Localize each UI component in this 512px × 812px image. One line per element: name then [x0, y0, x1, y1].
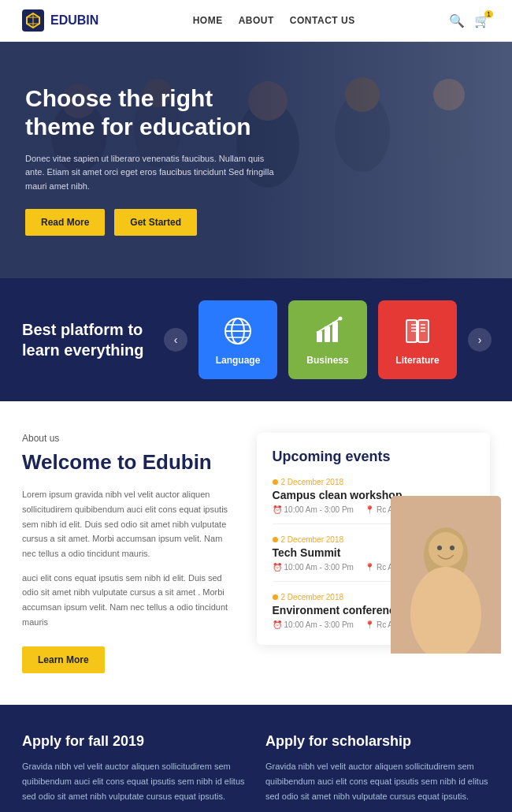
svg-point-11 [433, 79, 465, 110]
bar-chart-icon [310, 314, 345, 348]
carousel-prev-button[interactable]: ‹ [164, 328, 187, 352]
person-image [391, 496, 501, 654]
apply-card-2: Apply for scholarship Gravida nibh vel v… [265, 733, 490, 812]
platform-heading: Best platform to learn everything [22, 319, 164, 360]
hero-title: Choose the right theme for education [25, 84, 277, 141]
globe-icon [221, 314, 255, 348]
svg-point-33 [429, 532, 463, 567]
about-text-2: auci elit cons equat ipsutis sem nibh id… [22, 571, 235, 630]
logo[interactable]: EDUBIN [22, 9, 98, 32]
literature-label: Literature [395, 355, 439, 366]
nav-icons: 🔍 🛒 1 [449, 13, 490, 28]
carousel-next-button[interactable]: › [468, 328, 492, 352]
business-label: Business [306, 355, 348, 366]
search-icon[interactable]: 🔍 [449, 13, 465, 28]
event-time-2: ⏰ 10:00 Am - 3:00 Pm [273, 563, 354, 572]
event-time-3: ⏰ 10:00 Am - 3:00 Pm [273, 620, 354, 629]
hero-subtitle: Donec vitae sapien ut liberaro venenatis… [25, 152, 277, 194]
event-dot-1 [273, 479, 278, 485]
apply-title-2: Apply for scholarship [265, 733, 490, 750]
cart-icon[interactable]: 🛒 1 [474, 13, 490, 28]
svg-point-9 [345, 77, 380, 112]
about-label: About us [22, 433, 235, 444]
book-icon [400, 314, 435, 348]
nav-home[interactable]: HOME [193, 15, 223, 26]
platform-cards: Language Business [198, 300, 457, 379]
brand-name: EDUBIN [50, 13, 98, 28]
navbar: EDUBIN HOME ABOUT CONTACT US 🔍 🛒 1 [0, 0, 512, 42]
svg-point-8 [335, 93, 390, 172]
svg-point-35 [450, 546, 454, 550]
get-started-button[interactable]: Get Started [114, 209, 197, 236]
about-text-1: Lorem ipsum gravida nibh vel velit aucto… [22, 487, 235, 561]
about-title: Welcome to Edubin [22, 450, 235, 475]
apply-section: Apply for fall 2019 Gravida nibh vel vel… [0, 705, 512, 812]
apply-text-2: Gravida nibh vel velit auctor aliquen so… [265, 759, 490, 803]
logo-icon [22, 9, 44, 32]
hero-section: Choose the right theme for education Don… [0, 42, 512, 278]
read-more-button[interactable]: Read More [25, 209, 105, 236]
hero-buttons: Read More Get Started [25, 209, 277, 236]
svg-point-21 [339, 317, 343, 321]
about-left: About us Welcome to Edubin Lorem ipsum g… [22, 433, 235, 673]
nav-links: HOME ABOUT CONTACT US [193, 15, 355, 26]
event-dot-2 [273, 537, 278, 542]
platform-card-language[interactable]: Language [198, 300, 277, 379]
event-date-1: 2 December 2018 [273, 478, 474, 486]
svg-point-10 [425, 93, 473, 164]
platform-card-business[interactable]: Business [288, 300, 367, 379]
event-dot-3 [273, 594, 278, 600]
nav-contact[interactable]: CONTACT US [290, 15, 355, 26]
hero-content: Choose the right theme for education Don… [25, 84, 277, 237]
about-section: About us Welcome to Edubin Lorem ipsum g… [0, 401, 512, 705]
event-time-1: ⏰ 10:00 Am - 3:00 Pm [273, 505, 354, 514]
svg-rect-20 [332, 322, 338, 342]
apply-text-1: Gravida nibh vel velit auctor aliquen so… [22, 759, 247, 803]
apply-title-1: Apply for fall 2019 [22, 733, 247, 750]
learn-more-button[interactable]: Learn More [22, 646, 105, 673]
platform-bar: Best platform to learn everything ‹ Lang… [0, 278, 512, 401]
apply-card-1: Apply for fall 2019 Gravida nibh vel vel… [22, 733, 247, 812]
language-label: Language [216, 355, 261, 366]
about-right: Upcoming events 2 December 2018 Campus c… [257, 433, 490, 654]
svg-rect-19 [325, 326, 330, 342]
svg-point-34 [437, 546, 442, 550]
nav-about[interactable]: ABOUT [239, 15, 274, 26]
platform-card-literature[interactable]: Literature [378, 300, 457, 379]
events-title: Upcoming events [273, 449, 474, 465]
